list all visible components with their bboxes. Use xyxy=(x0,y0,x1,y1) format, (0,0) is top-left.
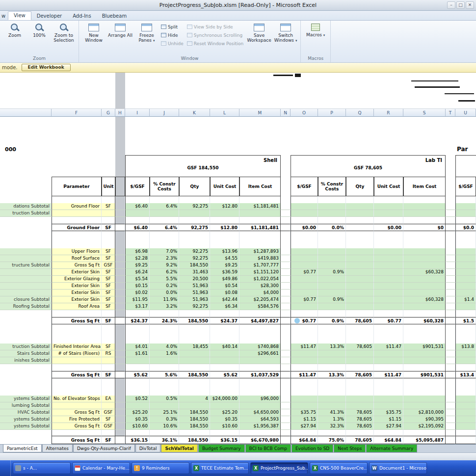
cell-gap[interactable] xyxy=(281,371,291,378)
cell-gap2[interactable] xyxy=(446,310,455,317)
cell-split[interactable] xyxy=(115,371,125,378)
cell-lg[interactable] xyxy=(291,255,318,262)
cell-lp[interactable]: 1.3% xyxy=(318,416,346,423)
cell-sq[interactable] xyxy=(179,324,210,344)
cell-ux[interactable] xyxy=(455,396,476,402)
column-letter-S[interactable]: S xyxy=(403,109,446,117)
cell-li[interactable] xyxy=(403,396,446,402)
cell-lg[interactable] xyxy=(291,203,318,210)
cell-ux[interactable] xyxy=(455,409,476,416)
cell-lq[interactable] xyxy=(346,357,374,364)
cell-sq[interactable] xyxy=(179,210,210,217)
save-workspace-button[interactable]: Save Workspace xyxy=(246,21,272,43)
cell-sq[interactable] xyxy=(179,196,210,203)
cell-sp[interactable] xyxy=(150,430,179,436)
cell-gap[interactable] xyxy=(281,303,291,310)
cell-lu[interactable]: $0.77 xyxy=(374,317,403,324)
cell-sq[interactable] xyxy=(179,350,210,357)
cell-lq[interactable] xyxy=(346,210,374,217)
cell-li[interactable] xyxy=(403,262,446,269)
column-letter-I[interactable]: I xyxy=(125,109,150,117)
cell-label[interactable]: HVAC Subtotal xyxy=(0,409,52,416)
cell-sg[interactable]: $11.95 xyxy=(125,296,150,303)
cell-split[interactable] xyxy=(115,378,125,396)
cell-gap2[interactable] xyxy=(446,262,455,269)
cell-si[interactable]: $4,000 xyxy=(239,290,281,296)
cell-si[interactable]: $2,205,474 xyxy=(239,296,281,303)
cell-lp[interactable] xyxy=(318,231,346,248)
cell-li[interactable] xyxy=(403,248,446,255)
cell-lu[interactable] xyxy=(374,217,403,224)
cell-unit[interactable] xyxy=(102,364,115,371)
zoom-button[interactable]: Zoom xyxy=(1,21,28,38)
cell-si[interactable]: $1,181,481 xyxy=(239,203,281,210)
cell-gap2[interactable] xyxy=(446,231,455,248)
cell-sq[interactable] xyxy=(179,310,210,317)
cell-lu[interactable] xyxy=(374,324,403,344)
cell-su[interactable]: $5.62 xyxy=(210,371,239,378)
cell-sq[interactable] xyxy=(179,217,210,224)
cell-lp[interactable] xyxy=(318,290,346,296)
cell-si[interactable]: $1,037,529 xyxy=(239,371,281,378)
column-letter-O[interactable]: O xyxy=(291,109,318,117)
title-bar[interactable]: ProjectProgress_SubJob.xlsm [Read-Only] … xyxy=(0,0,476,11)
cell-sq[interactable]: 92,275 xyxy=(179,248,210,255)
cell-param[interactable] xyxy=(52,378,102,396)
cell-label[interactable] xyxy=(0,324,52,344)
cell-lp[interactable]: 13.3% xyxy=(318,344,346,350)
header-shell-item-cost[interactable]: Item Cost xyxy=(239,177,281,196)
cell-lp[interactable] xyxy=(318,248,346,255)
cell-label[interactable] xyxy=(0,217,52,224)
cell-lp[interactable]: 0.9% xyxy=(318,296,346,303)
cell-param[interactable]: Roof Area xyxy=(52,303,102,310)
cell-sg[interactable] xyxy=(125,210,150,217)
cell-li[interactable] xyxy=(403,203,446,210)
cell-sp[interactable]: 11.9% xyxy=(150,296,179,303)
cell-label[interactable] xyxy=(0,364,52,371)
cell-gap[interactable] xyxy=(281,423,291,430)
cell-lu[interactable] xyxy=(374,255,403,262)
cell-label[interactable]: closure Subtotal xyxy=(0,296,52,303)
cell-gap2[interactable] xyxy=(446,378,455,396)
cell-sq[interactable]: 92,275 xyxy=(179,303,210,310)
cell-sp[interactable] xyxy=(150,210,179,217)
cell-su[interactable] xyxy=(210,210,239,217)
cell-li[interactable]: $60,328 xyxy=(403,269,446,276)
cell-sq[interactable] xyxy=(179,378,210,396)
tab-developer[interactable]: Developer xyxy=(31,12,67,20)
cell-param[interactable]: Roof Surface xyxy=(52,255,102,262)
cell-li[interactable] xyxy=(403,350,446,357)
cell-gap2[interactable] xyxy=(446,436,455,444)
cell-li[interactable]: $2,810,000 xyxy=(403,409,446,416)
cell-lp[interactable] xyxy=(318,210,346,217)
cell-split[interactable] xyxy=(115,196,125,203)
cell-ux[interactable] xyxy=(455,378,476,396)
cell-unit[interactable] xyxy=(102,324,115,344)
cell-sg[interactable] xyxy=(125,231,150,248)
sheet-tab-divtotal[interactable]: DivTotal xyxy=(135,445,161,452)
sheet-tab-budget-summary[interactable]: Budget Summary xyxy=(198,445,245,452)
synchronous-scrolling-button[interactable]: Synchronous Scrolling xyxy=(187,31,243,39)
cell-label[interactable] xyxy=(0,310,52,317)
cell-ux[interactable] xyxy=(455,423,476,430)
cell-param[interactable] xyxy=(52,402,102,409)
cell-li[interactable] xyxy=(403,276,446,283)
cell-gap2[interactable] xyxy=(446,210,455,217)
tab-bluebeam[interactable]: Bluebeam xyxy=(97,12,132,20)
cell-sp[interactable]: 2.3% xyxy=(150,255,179,262)
cell-sp[interactable]: 4.0% xyxy=(150,344,179,350)
cell-si[interactable] xyxy=(239,196,281,203)
cell-ux[interactable] xyxy=(455,364,476,371)
column-letter-H[interactable]: H xyxy=(115,109,125,117)
cell-sp[interactable] xyxy=(150,231,179,248)
cell-split[interactable] xyxy=(115,296,125,303)
cell-gap[interactable] xyxy=(281,357,291,364)
taskbar-button[interactable]: s - A... xyxy=(13,462,71,474)
cell-lp[interactable] xyxy=(318,276,346,283)
cell-unit[interactable]: RS xyxy=(102,350,115,357)
cell-lu[interactable]: $1.15 xyxy=(374,416,403,423)
cell-lp[interactable] xyxy=(318,262,346,269)
cell-lq[interactable]: 78,605 xyxy=(346,371,374,378)
cell-split[interactable] xyxy=(115,224,125,231)
sheet-tab-schvaltotal[interactable]: SchValTotal xyxy=(161,445,197,452)
